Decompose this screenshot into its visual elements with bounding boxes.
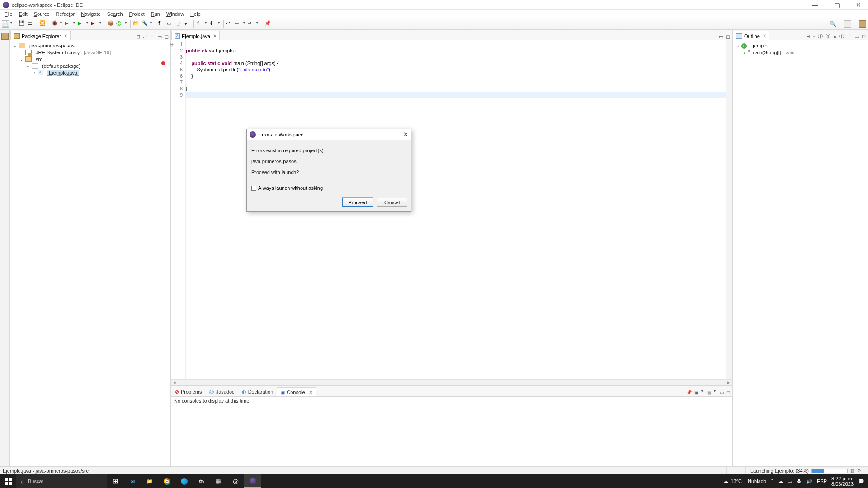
dialog-line2: java-primeros-pasos <box>251 157 406 165</box>
search-placeholder: Buscar <box>28 479 43 484</box>
search-icon <box>21 478 24 485</box>
app-icon-1[interactable]: ▦ <box>210 474 227 488</box>
always-launch-checkbox[interactable] <box>251 186 256 191</box>
task-view-icon[interactable]: ⊞ <box>107 474 124 488</box>
dialog-close-button[interactable]: ✕ <box>403 131 408 138</box>
start-button[interactable] <box>0 474 16 488</box>
dialog-line1: Errors exist in required project(s): <box>251 146 406 155</box>
app-icon-2[interactable]: ◎ <box>227 474 244 488</box>
tray-clock[interactable]: 8:22 p. m. 8/03/2023 <box>831 476 854 487</box>
dialog-line3: Proceed with launch? <box>251 168 406 176</box>
tray-network-icon[interactable]: 🖧 <box>797 479 802 484</box>
weather-widget[interactable]: ☁13°C Nublado <box>723 479 766 484</box>
proceed-button[interactable]: Proceed <box>342 198 373 207</box>
modal-overlay: Errors in Workspace ✕ Errors exist in re… <box>0 0 868 488</box>
tray-time: 8:22 p. m. <box>831 476 854 481</box>
cloud-icon: ☁ <box>723 479 728 484</box>
windows-taskbar: Buscar ⊞ ▦ ◎ ☁13°C Nublado ˄ ☁ ▭ 🖧 🔊 ESP… <box>0 474 868 488</box>
eclipse-app-icon <box>250 131 256 138</box>
tray-chevron-icon[interactable]: ˄ <box>771 479 774 484</box>
eclipse-taskbar-icon[interactable] <box>244 474 261 488</box>
always-launch-label[interactable]: Always launch without asking <box>258 185 323 191</box>
taskbar-search[interactable]: Buscar <box>16 474 107 488</box>
notifications-icon[interactable]: 💬 <box>858 479 864 484</box>
tray-lang[interactable]: ESP <box>817 479 827 484</box>
mail-app-icon[interactable] <box>124 474 141 488</box>
errors-dialog: Errors in Workspace ✕ Errors exist in re… <box>246 129 411 212</box>
tray-date: 8/03/2023 <box>831 481 854 487</box>
weather-cond: Nublado <box>748 479 766 484</box>
dialog-title: Errors in Workspace <box>259 132 303 137</box>
tray-onedrive-icon[interactable]: ☁ <box>778 479 783 484</box>
dialog-titlebar[interactable]: Errors in Workspace ✕ <box>247 129 411 140</box>
tray-cast-icon[interactable]: ▭ <box>788 479 792 484</box>
chrome-icon[interactable] <box>158 474 175 488</box>
cancel-button[interactable]: Cancel <box>377 198 407 207</box>
file-explorer-icon[interactable] <box>141 474 158 488</box>
edge-icon[interactable] <box>175 474 193 488</box>
weather-temp: 13°C <box>731 479 742 484</box>
store-icon[interactable] <box>193 474 210 488</box>
tray-volume-icon[interactable]: 🔊 <box>806 479 812 484</box>
